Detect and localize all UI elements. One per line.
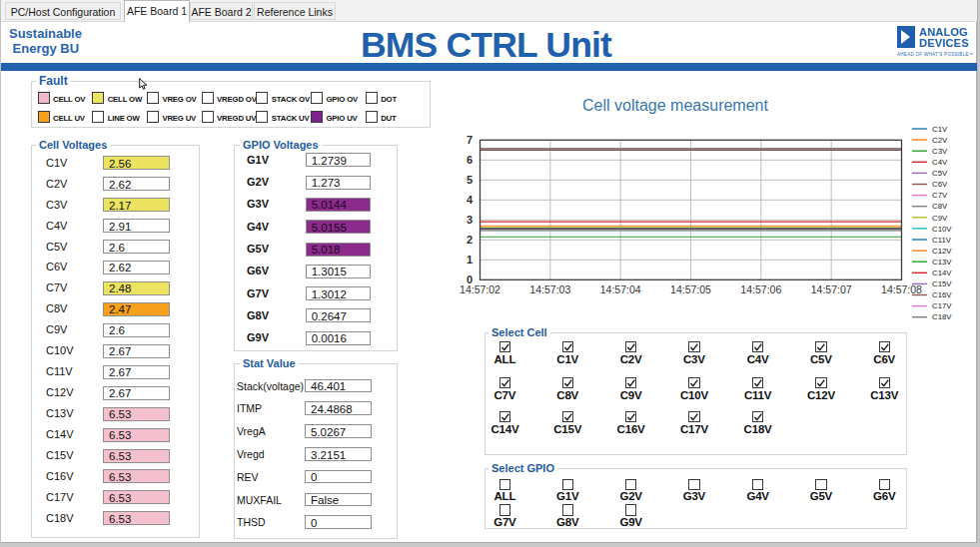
- svg-text:5: 5: [467, 174, 473, 186]
- svg-text:C11V: C11V: [932, 236, 952, 245]
- svg-text:14:57:07: 14:57:07: [811, 283, 852, 295]
- svg-text:1: 1: [467, 254, 473, 266]
- svg-text:C2V: C2V: [932, 136, 948, 145]
- svg-text:C13V: C13V: [932, 258, 952, 267]
- svg-text:14:57:03: 14:57:03: [529, 283, 570, 295]
- svg-text:14:57:04: 14:57:04: [600, 283, 641, 295]
- svg-text:C1V: C1V: [932, 125, 948, 134]
- svg-text:C4V: C4V: [932, 158, 948, 167]
- svg-text:C10V: C10V: [932, 225, 952, 234]
- svg-text:C16V: C16V: [932, 290, 952, 299]
- svg-text:14:57:05: 14:57:05: [670, 283, 711, 295]
- svg-text:4: 4: [467, 194, 474, 206]
- svg-text:C3V: C3V: [932, 147, 948, 156]
- svg-text:14:57:02: 14:57:02: [460, 283, 500, 295]
- svg-text:C17V: C17V: [932, 301, 952, 310]
- svg-text:14:57:06: 14:57:06: [740, 283, 781, 295]
- svg-text:C12V: C12V: [932, 247, 952, 256]
- svg-text:C9V: C9V: [932, 214, 948, 223]
- svg-text:C14V: C14V: [932, 269, 952, 277]
- svg-text:C6V: C6V: [932, 180, 948, 189]
- svg-text:C7V: C7V: [932, 191, 948, 200]
- svg-text:C15V: C15V: [932, 279, 952, 288]
- svg-text:7: 7: [467, 134, 473, 146]
- svg-text:2: 2: [467, 234, 473, 246]
- svg-text:6: 6: [467, 154, 473, 166]
- svg-text:C8V: C8V: [932, 202, 948, 211]
- svg-text:C5V: C5V: [932, 169, 948, 178]
- svg-text:C18V: C18V: [932, 312, 952, 321]
- svg-text:3: 3: [467, 214, 473, 226]
